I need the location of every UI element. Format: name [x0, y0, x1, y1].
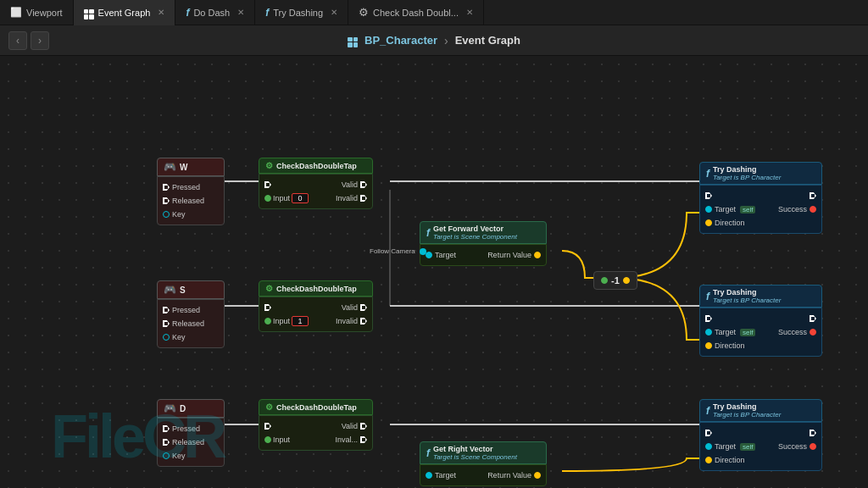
tab-check-dash[interactable]: ⚙ Check Dash Doubl... ✕: [348, 0, 484, 25]
get-forward-vector-node[interactable]: f Get Forward Vector Target is Scene Com…: [420, 221, 547, 266]
return-fwd: [534, 252, 541, 258]
negate-out: [623, 277, 630, 284]
key-s-node[interactable]: 🎮 S Pressed Released Key: [157, 280, 225, 348]
check-doubletap-3[interactable]: ⚙ CheckDashDoubleTap Valid Input Inva: [259, 399, 373, 451]
check-doubletap-2[interactable]: ⚙ CheckDashDoubleTap Valid Input 1: [259, 280, 373, 332]
viewport-icon: ⬜: [10, 7, 22, 18]
tab-try-dashing[interactable]: f Try Dashing ✕: [255, 0, 348, 25]
released-out-pin: [163, 197, 170, 204]
success-try3: [810, 443, 816, 450]
key-d-node[interactable]: 🎮 D Pressed Released Key: [157, 399, 225, 467]
tab-event-graph[interactable]: Event Graph ✕: [74, 0, 176, 25]
pressed-out-pin: [163, 184, 170, 191]
exec-in-try1: [705, 192, 712, 199]
try-dashing-3[interactable]: f Try Dashing Target is BP Character Tar…: [699, 399, 822, 471]
released-out-pin-s: [163, 320, 170, 327]
input-pin-3: [264, 436, 271, 443]
input-pin-1: [264, 195, 271, 202]
dir-try1: [705, 219, 712, 226]
valid-out-2: [360, 304, 367, 311]
func-icon: f: [186, 7, 189, 19]
key-pin-s: [163, 334, 170, 341]
exec-in-try2: [705, 315, 712, 322]
exec-out-try1: [810, 192, 816, 199]
target-try1: [705, 206, 712, 213]
exec-out-try2: [810, 315, 816, 322]
pressed-out-pin-s: [163, 307, 170, 313]
dir-try2: [705, 342, 712, 349]
close-icon4[interactable]: ✕: [466, 8, 473, 17]
released-out-pin-d: [163, 439, 170, 446]
input-value-2[interactable]: 1: [292, 316, 309, 326]
pressed-out-pin-d: [163, 425, 170, 432]
gear-icon: ⚙: [359, 6, 369, 19]
return-right: [534, 472, 541, 479]
check-doubletap-1[interactable]: ⚙ CheckDashDoubleTap Valid Input 0: [259, 158, 373, 209]
exec-in-2: [264, 304, 271, 311]
breadcrumb-separator: ›: [444, 34, 448, 47]
tab-viewport[interactable]: ⬜ Viewport: [0, 0, 74, 25]
follow-camera-label: Follow Camera: [370, 247, 426, 255]
target-try3: [705, 443, 712, 450]
input-pin-2: [264, 318, 271, 324]
valid-out-3: [360, 423, 367, 430]
valid-out-1: [360, 181, 367, 188]
get-right-vector-node[interactable]: f Get Right Vector Target is Scene Compo…: [420, 441, 547, 486]
blueprint-canvas[interactable]: 🎮 W Pressed Released Key: [0, 56, 868, 488]
tab-bar: ⬜ Viewport Event Graph ✕ f Do Dash ✕ f T…: [0, 0, 868, 25]
exec-in-3: [264, 423, 271, 430]
func-icon2: f: [265, 7, 269, 19]
try-dashing-1[interactable]: f Try Dashing Target is BP Character Tar…: [699, 162, 822, 234]
invalid-out-2: [360, 318, 367, 324]
key-pin: [163, 211, 170, 218]
invalid-out-1: [360, 195, 367, 202]
success-try1: [810, 206, 816, 213]
negate-node[interactable]: -1: [593, 271, 637, 290]
close-icon2[interactable]: ✕: [237, 8, 244, 17]
nav-forward-button[interactable]: ›: [31, 31, 49, 50]
close-icon[interactable]: ✕: [158, 8, 164, 17]
negate-in: [601, 277, 608, 284]
exec-in-1: [264, 181, 271, 188]
target-try2: [705, 329, 712, 336]
target-in-right: [426, 472, 432, 479]
tab-do-dash[interactable]: f Do Dash ✕: [175, 0, 255, 25]
breadcrumb-bar: ‹ › BP_Character › Event Graph: [0, 25, 868, 56]
input-value-1[interactable]: 0: [292, 193, 309, 203]
breadcrumb-project[interactable]: BP_Character: [364, 34, 437, 47]
key-w-node[interactable]: 🎮 W Pressed Released Key: [157, 158, 225, 225]
exec-in-try3: [705, 430, 712, 436]
nav-controls: ‹ ›: [8, 31, 49, 50]
key-pin-d: [163, 452, 170, 459]
exec-out-try3: [810, 430, 816, 436]
grid-icon: [84, 5, 94, 19]
try-dashing-2[interactable]: f Try Dashing Target is BP Character Tar…: [699, 285, 822, 357]
breadcrumb-icon: [348, 33, 358, 47]
nav-back-button[interactable]: ‹: [8, 31, 27, 50]
dir-try3: [705, 457, 712, 463]
success-try2: [810, 329, 816, 336]
target-in-fwd: [426, 252, 432, 258]
breadcrumb-location: Event Graph: [455, 34, 520, 47]
invalid-out-3: [360, 436, 367, 443]
close-icon3[interactable]: ✕: [331, 8, 337, 17]
